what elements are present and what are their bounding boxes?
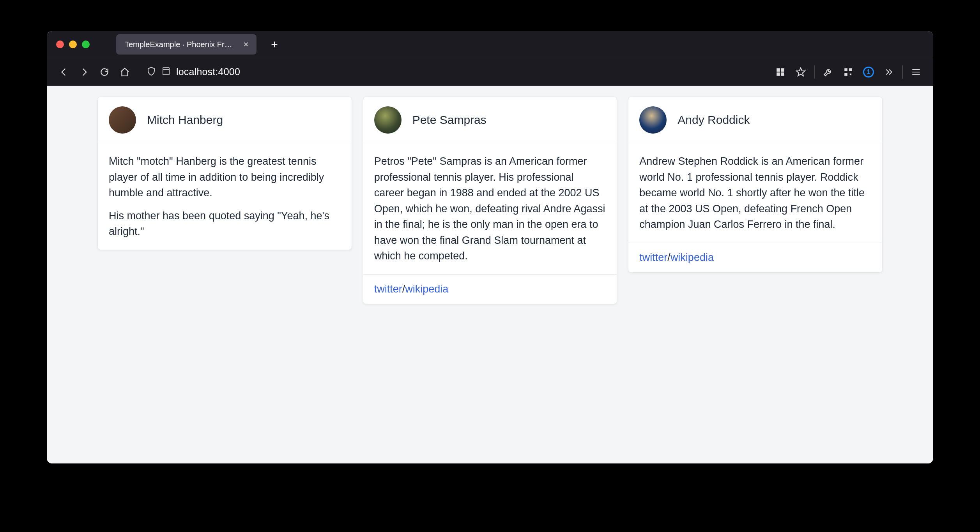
urlbar-identity bbox=[147, 67, 171, 78]
nav-back-button[interactable] bbox=[55, 63, 73, 81]
url-text: localhost:4000 bbox=[176, 66, 240, 78]
svg-rect-6 bbox=[849, 68, 852, 71]
card-paragraph: Andrew Stephen Roddick is an American fo… bbox=[639, 153, 871, 233]
card-name: Pete Sampras bbox=[412, 113, 486, 127]
toolbar: localhost:4000 1 bbox=[47, 58, 933, 86]
bookmark-star-icon[interactable] bbox=[791, 63, 810, 81]
card-body: Petros "Pete" Sampras is an American for… bbox=[363, 143, 617, 274]
twitter-link[interactable]: twitter bbox=[639, 252, 667, 263]
svg-rect-4 bbox=[781, 72, 784, 76]
avatar: AR bbox=[639, 106, 667, 134]
window-maximize-button[interactable] bbox=[82, 41, 90, 48]
card-name: Mitch Hanberg bbox=[147, 113, 223, 127]
profile-card: AR Andy Roddick Andrew Stephen Roddick i… bbox=[628, 97, 883, 273]
twitter-link[interactable]: twitter bbox=[374, 283, 402, 295]
window-close-button[interactable] bbox=[56, 41, 64, 48]
window-controls bbox=[56, 41, 90, 48]
card-paragraph: Petros "Pete" Sampras is an American for… bbox=[374, 153, 606, 264]
home-button[interactable] bbox=[115, 63, 134, 81]
shield-icon[interactable] bbox=[147, 67, 156, 78]
card-paragraph: His mother has been quoted saying "Yeah,… bbox=[109, 208, 341, 240]
card-name: Andy Roddick bbox=[678, 113, 750, 127]
toolbar-separator-2 bbox=[902, 65, 903, 79]
card-header: PS Pete Sampras bbox=[363, 97, 617, 143]
grid-icon[interactable] bbox=[771, 63, 790, 81]
page-content: MH Mitch Hanberg Mitch "motch" Hanberg i… bbox=[47, 86, 933, 463]
svg-rect-2 bbox=[781, 68, 784, 72]
tab-close-button[interactable] bbox=[241, 39, 251, 49]
card-footer: twitter/wikipedia bbox=[628, 243, 882, 272]
extensions-icon[interactable] bbox=[839, 63, 858, 81]
hamburger-menu-icon[interactable] bbox=[907, 63, 925, 81]
wikipedia-link[interactable]: wikipedia bbox=[670, 252, 714, 263]
page-info-icon[interactable] bbox=[161, 67, 171, 78]
svg-rect-1 bbox=[777, 68, 780, 72]
avatar: PS bbox=[374, 106, 402, 134]
wrench-icon[interactable] bbox=[819, 63, 837, 81]
overflow-chevrons-icon[interactable] bbox=[879, 63, 898, 81]
browser-window: TempleExample · Phoenix Frame bbox=[47, 31, 933, 463]
nav-forward-button[interactable] bbox=[75, 63, 94, 81]
reload-button[interactable] bbox=[95, 63, 114, 81]
card-paragraph: Mitch "motch" Hanberg is the greatest te… bbox=[109, 153, 341, 201]
card-header: MH Mitch Hanberg bbox=[98, 97, 352, 143]
svg-rect-7 bbox=[844, 73, 847, 76]
tab-title: TempleExample · Phoenix Frame bbox=[125, 40, 234, 49]
svg-rect-5 bbox=[844, 68, 847, 71]
svg-rect-8 bbox=[850, 73, 851, 75]
window-minimize-button[interactable] bbox=[69, 41, 77, 48]
profile-card: MH Mitch Hanberg Mitch "motch" Hanberg i… bbox=[97, 97, 352, 250]
url-bar[interactable]: localhost:4000 bbox=[141, 62, 764, 82]
svg-rect-0 bbox=[163, 68, 169, 75]
cards-row: MH Mitch Hanberg Mitch "motch" Hanberg i… bbox=[97, 97, 883, 304]
titlebar: TempleExample · Phoenix Frame bbox=[47, 31, 933, 58]
toolbar-right: 1 bbox=[771, 63, 925, 81]
toolbar-left bbox=[55, 63, 134, 81]
card-header: AR Andy Roddick bbox=[628, 97, 882, 143]
profile-card: PS Pete Sampras Petros "Pete" Sampras is… bbox=[363, 97, 617, 304]
svg-rect-3 bbox=[777, 72, 780, 76]
card-body: Andrew Stephen Roddick is an American fo… bbox=[628, 143, 882, 243]
wikipedia-link[interactable]: wikipedia bbox=[405, 283, 448, 295]
browser-tab[interactable]: TempleExample · Phoenix Frame bbox=[116, 34, 256, 55]
card-footer: twitter/wikipedia bbox=[363, 274, 617, 304]
toolbar-separator bbox=[814, 65, 815, 79]
new-tab-button[interactable] bbox=[266, 36, 283, 53]
avatar: MH bbox=[109, 106, 136, 134]
card-body: Mitch "motch" Hanberg is the greatest te… bbox=[98, 143, 352, 250]
onepassword-icon[interactable]: 1 bbox=[859, 63, 878, 81]
link-separator: / bbox=[667, 252, 670, 263]
